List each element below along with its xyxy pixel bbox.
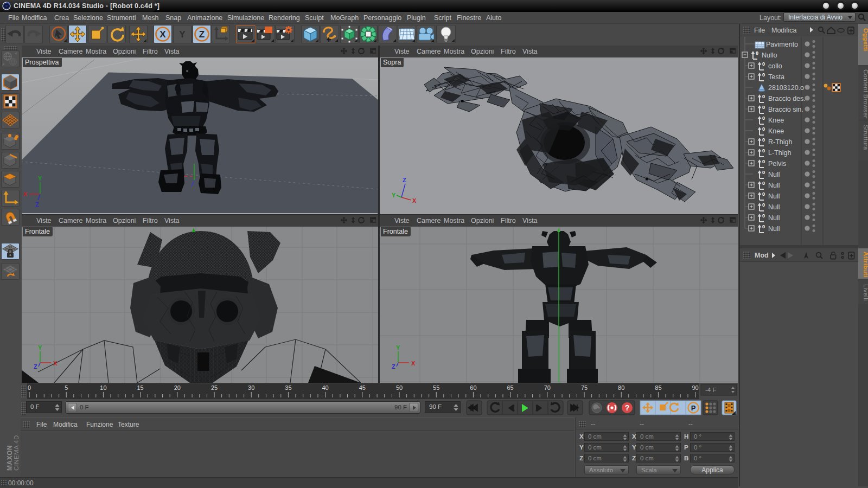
svg-text:0: 0: [762, 170, 765, 175]
svg-text:Z: Z: [392, 363, 395, 370]
svg-text:Pelvis: Pelvis: [768, 160, 786, 168]
svg-text:collo: collo: [768, 62, 782, 70]
svg-text:0: 0: [762, 94, 765, 99]
svg-text:Nullo: Nullo: [762, 52, 777, 59]
svg-text:Knee: Knee: [768, 117, 784, 124]
svg-text:Y: Y: [38, 344, 42, 351]
svg-text:Z: Z: [35, 201, 39, 208]
svg-text:Null: Null: [768, 203, 780, 211]
svg-text:0: 0: [762, 181, 765, 186]
svg-text:Braccio des.: Braccio des.: [768, 95, 806, 102]
svg-text:P: P: [691, 404, 696, 412]
svg-text:0: 0: [762, 202, 765, 208]
svg-text:Z: Z: [199, 29, 205, 40]
svg-text:0: 0: [762, 126, 765, 132]
svg-text:X: X: [159, 29, 166, 40]
svg-text:Null: Null: [768, 192, 780, 200]
svg-text:X: X: [23, 191, 28, 197]
svg-text:0: 0: [762, 159, 765, 164]
svg-text:Null: Null: [768, 225, 780, 233]
svg-text:Braccio sin.: Braccio sin.: [768, 106, 803, 113]
svg-text:0: 0: [762, 105, 765, 110]
svg-text:0: 0: [756, 50, 758, 56]
svg-text:5: 5: [65, 384, 68, 391]
svg-text:70: 70: [544, 384, 551, 391]
svg-text:45: 45: [359, 384, 366, 391]
svg-text:Y: Y: [38, 175, 42, 182]
svg-text:Z: Z: [34, 363, 37, 370]
svg-text:0: 0: [28, 384, 31, 391]
svg-text:55: 55: [433, 384, 439, 391]
svg-text:Z: Z: [403, 177, 406, 183]
svg-text:15: 15: [137, 384, 143, 391]
svg-text:85: 85: [655, 384, 661, 391]
svg-text:L-Thigh: L-Thigh: [768, 149, 791, 157]
svg-text:25: 25: [211, 384, 218, 391]
svg-text:0: 0: [762, 137, 765, 143]
svg-text:Testa: Testa: [768, 73, 784, 81]
svg-text:20: 20: [174, 384, 181, 391]
svg-text:90: 90: [692, 384, 698, 391]
svg-text:?: ?: [625, 403, 630, 412]
svg-text:50: 50: [396, 384, 403, 391]
svg-text:0: 0: [762, 148, 765, 153]
svg-text:Y: Y: [179, 29, 186, 40]
svg-text:0: 0: [762, 224, 765, 229]
svg-text:0: 0: [762, 72, 765, 78]
svg-text:Null: Null: [768, 171, 780, 178]
svg-text:X: X: [53, 360, 58, 367]
svg-text:0: 0: [762, 61, 765, 67]
svg-text:Null: Null: [768, 182, 780, 189]
svg-text:75: 75: [581, 384, 588, 391]
svg-text:X: X: [411, 360, 416, 367]
svg-text:Null: Null: [768, 214, 780, 222]
svg-text:0: 0: [762, 191, 765, 197]
svg-text:10: 10: [100, 384, 106, 391]
svg-text:0: 0: [762, 213, 765, 219]
svg-text:80: 80: [618, 384, 624, 391]
svg-text:Y: Y: [392, 192, 396, 198]
svg-text:-4 F: -4 F: [705, 387, 716, 393]
svg-text:60: 60: [470, 384, 476, 391]
svg-text:30: 30: [248, 384, 254, 391]
svg-text:65: 65: [507, 384, 513, 391]
svg-text:Y: Y: [396, 344, 400, 351]
svg-text:28103120.o: 28103120.o: [768, 84, 804, 92]
svg-text:X: X: [412, 197, 417, 204]
svg-text:Pavimento: Pavimento: [766, 41, 798, 48]
svg-text:0: 0: [762, 115, 765, 121]
svg-text:Knee: Knee: [768, 127, 784, 135]
svg-text:40: 40: [322, 384, 328, 391]
svg-text:R-Thigh: R-Thigh: [768, 138, 793, 146]
svg-text:35: 35: [285, 384, 291, 391]
